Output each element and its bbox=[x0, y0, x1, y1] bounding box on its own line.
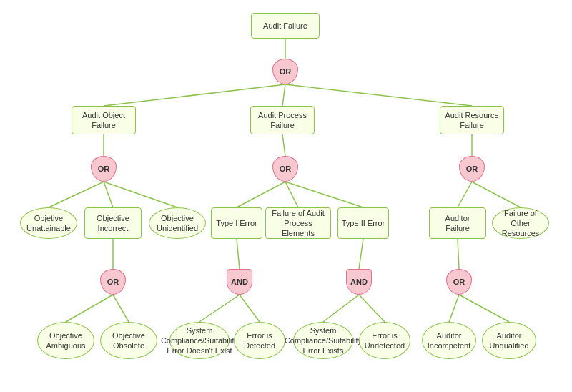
svg-line-12 bbox=[285, 182, 363, 207]
svg-line-5 bbox=[282, 134, 285, 156]
node-audit-process-failure: Audit Process Failure bbox=[250, 106, 315, 134]
gate-aof-or: OR bbox=[91, 156, 117, 182]
svg-line-1 bbox=[104, 84, 285, 106]
svg-line-11 bbox=[285, 182, 298, 207]
gate-apf-or: OR bbox=[272, 156, 298, 182]
node-auditor-unqualified: Auditor Unqualified bbox=[482, 322, 536, 359]
svg-line-23 bbox=[323, 295, 359, 322]
svg-line-9 bbox=[104, 182, 177, 207]
svg-line-22 bbox=[240, 295, 260, 322]
svg-line-17 bbox=[359, 239, 363, 269]
node-system-compliance-exists: System Compliance/Suitability Error Exis… bbox=[293, 322, 353, 359]
node-objective-ambiguous: Objective Ambiguous bbox=[37, 322, 94, 359]
node-audit-failure: Audit Failure bbox=[251, 13, 320, 39]
svg-line-21 bbox=[199, 295, 240, 322]
fault-tree-diagram: Audit Failure OR Audit Object Failure Au… bbox=[0, 0, 572, 392]
gate-t2e-and: AND bbox=[346, 269, 372, 295]
gate-arf-or: OR bbox=[459, 156, 485, 182]
node-objective-incorrect: Objective Incorrect bbox=[84, 207, 142, 239]
node-auditor-failure: Auditor Failure bbox=[429, 207, 486, 239]
svg-line-16 bbox=[237, 239, 240, 269]
node-objective-unattainable: Objetive Unattainable bbox=[20, 207, 77, 239]
gate-root-or: OR bbox=[272, 59, 298, 84]
gate-t1e-and: AND bbox=[227, 269, 252, 295]
svg-line-7 bbox=[49, 182, 104, 207]
node-audit-object-failure: Audit Object Failure bbox=[72, 106, 136, 134]
node-audit-resource-failure: Audit Resource Failure bbox=[440, 106, 504, 134]
svg-line-25 bbox=[449, 295, 459, 322]
node-system-compliance-notexist: System Compliance/Suitability Error Does… bbox=[169, 322, 230, 359]
node-error-undetected: Error is Undetected bbox=[359, 322, 410, 359]
node-error-detected: Error is Detected bbox=[234, 322, 285, 359]
gate-oi-or: OR bbox=[100, 269, 126, 295]
svg-line-19 bbox=[66, 295, 113, 322]
svg-line-14 bbox=[472, 182, 521, 207]
node-failure-other-resources: Failure of Other Resources bbox=[492, 207, 549, 239]
svg-line-18 bbox=[458, 239, 459, 269]
node-objective-obsolete: Objective Obsolete bbox=[100, 322, 157, 359]
svg-line-8 bbox=[104, 182, 113, 207]
svg-line-10 bbox=[237, 182, 285, 207]
node-type1-error: Type I Error bbox=[211, 207, 262, 239]
gate-af-or: OR bbox=[446, 269, 472, 295]
node-objective-unidentified: Objective Unidentified bbox=[149, 207, 206, 239]
svg-line-3 bbox=[285, 84, 472, 106]
svg-line-26 bbox=[459, 295, 509, 322]
svg-line-24 bbox=[359, 295, 385, 322]
svg-line-20 bbox=[113, 295, 129, 322]
node-failure-audit-process-elements: Failure of Audit Process Elements bbox=[265, 207, 331, 239]
node-auditor-incompetent: Auditor Incompetent bbox=[422, 322, 476, 359]
svg-line-13 bbox=[458, 182, 472, 207]
node-type2-error: Type II Error bbox=[337, 207, 389, 239]
svg-line-2 bbox=[282, 84, 285, 106]
